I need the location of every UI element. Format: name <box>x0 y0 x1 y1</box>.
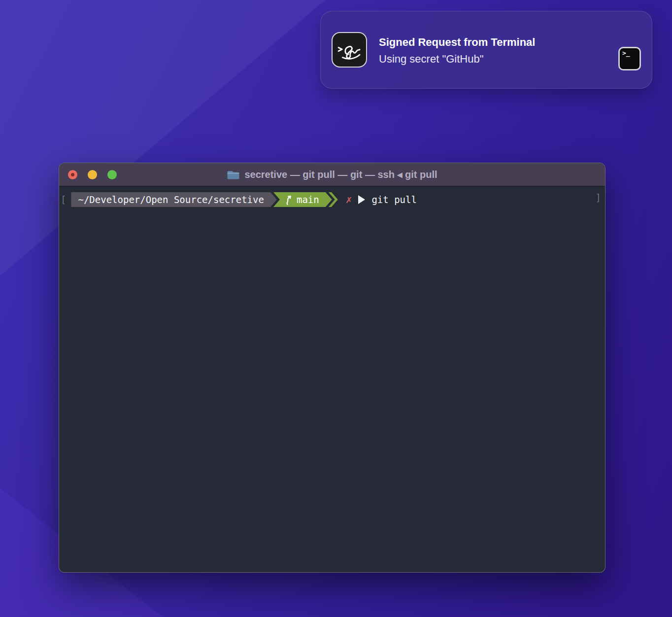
command-text: git pull <box>371 194 417 205</box>
notification-subtitle: Using secret "GitHub" <box>379 51 535 68</box>
notification-banner[interactable]: Signed Request from Terminal Using secre… <box>320 11 652 89</box>
titlebar[interactable]: secretive — git pull — git — ssh ◂ git p… <box>59 163 605 186</box>
terminal-app-icon: >_ <box>618 47 641 70</box>
window-title-text: secretive — git pull — git — ssh ◂ git p… <box>244 169 437 180</box>
minimize-button[interactable] <box>88 170 97 179</box>
git-branch-name: main <box>297 194 319 205</box>
prompt-left-bracket: [ <box>61 194 66 205</box>
notification-title: Signed Request from Terminal <box>379 34 535 51</box>
close-button[interactable] <box>68 170 77 179</box>
notification-text: Signed Request from Terminal Using secre… <box>379 34 535 68</box>
prompt-right-bracket: ] <box>596 192 601 203</box>
prompt-row: [ ~/Developer/Open Source/secretive <box>59 186 605 207</box>
exit-status-x: ✗ <box>346 194 352 206</box>
terminal-window[interactable]: secretive — git pull — git — ssh ◂ git p… <box>59 163 605 573</box>
git-branch-icon <box>285 194 292 206</box>
window-title: secretive — git pull — git — ssh ◂ git p… <box>227 169 437 180</box>
traffic-lights <box>68 163 117 186</box>
current-directory: ~/Developer/Open Source/secretive <box>78 194 264 205</box>
prompt-arrow-icon <box>358 195 365 204</box>
close-modified-dot <box>71 173 74 176</box>
terminal-prompt-glyph: >_ <box>622 49 630 57</box>
zoom-button[interactable] <box>107 170 117 179</box>
terminal-content[interactable]: [ ~/Developer/Open Source/secretive <box>59 186 605 573</box>
prompt-path-segment: ~/Developer/Open Source/secretive <box>71 192 277 207</box>
chevron-right-glyph <box>338 47 342 51</box>
secretive-signature-icon <box>332 32 367 68</box>
desktop: Signed Request from Terminal Using secre… <box>0 0 672 617</box>
folder-icon <box>227 170 239 180</box>
